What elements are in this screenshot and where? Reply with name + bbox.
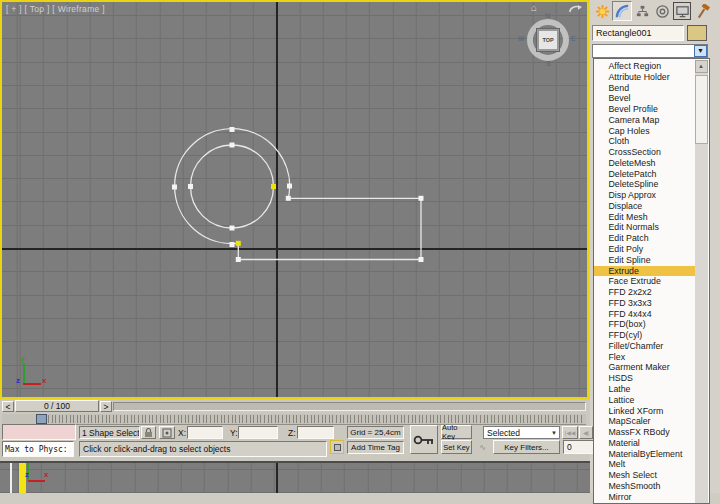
modifier-item[interactable]: Fillet/Chamfer [594, 341, 695, 352]
set-key-button[interactable]: Set Key [441, 440, 472, 454]
viewport-label[interactable]: [ + ] [ Top ] [ Wireframe ] [6, 4, 105, 14]
x-coordinate-field[interactable] [187, 426, 223, 439]
tab-motion[interactable] [652, 1, 672, 21]
track-bar[interactable] [2, 414, 586, 425]
object-name-field[interactable]: Rectangle001 [592, 25, 684, 41]
modifier-item[interactable]: Garment Maker [594, 362, 695, 373]
modifier-item[interactable]: DeletePatch [594, 169, 695, 180]
time-prev-button[interactable]: < [2, 401, 14, 412]
modifier-item[interactable]: Camera Map [594, 115, 695, 126]
absolute-offset-toggle[interactable] [159, 426, 175, 439]
selection-status: 1 Shape Selected [79, 426, 140, 439]
outer-spline[interactable] [175, 129, 421, 260]
object-color-swatch[interactable] [687, 25, 707, 41]
tab-modify[interactable] [612, 1, 632, 21]
modifier-item[interactable]: FFD 4x4x4 [594, 309, 695, 320]
inner-circle-spline[interactable] [191, 145, 274, 228]
modifier-item[interactable]: MeshSmooth [594, 481, 695, 492]
modifier-item[interactable]: Lathe [594, 384, 695, 395]
go-to-start-button[interactable]: |◀◀ [562, 426, 578, 439]
modifier-item[interactable]: CrossSection [594, 147, 695, 158]
viewcube-north[interactable]: N [545, 12, 550, 19]
tab-utilities[interactable] [692, 1, 712, 21]
key-mode-value: Selected [487, 428, 520, 438]
modifier-item[interactable]: Affect Region [594, 61, 695, 72]
modifier-item[interactable]: FFD(box) [594, 319, 695, 330]
maxscript-mini-listener[interactable]: Max to Physc: [2, 441, 74, 457]
modifier-item[interactable]: DeleteSpline [594, 179, 695, 190]
modifier-item[interactable]: Edit Spline [594, 255, 695, 266]
viewcube-face[interactable]: TOP [537, 29, 559, 51]
modifier-item[interactable]: MaterialByElement [594, 449, 695, 460]
modifier-item[interactable]: HSDS [594, 373, 695, 384]
modifier-item[interactable]: Linked XForm [594, 406, 695, 417]
modifier-item[interactable]: Lattice [594, 395, 695, 406]
modifier-item[interactable]: Cap Holes [594, 126, 695, 137]
time-next-button[interactable]: > [100, 401, 112, 412]
motion-icon [655, 4, 670, 19]
tab-create[interactable] [592, 1, 612, 21]
tripod-x-label: x [42, 376, 46, 385]
viewcube-south[interactable]: S [546, 60, 551, 67]
modifier-item[interactable]: MapScaler [594, 416, 695, 427]
modifier-item[interactable]: Extrude [594, 266, 695, 277]
dropdown-scrollbar[interactable]: ▲ [695, 60, 708, 503]
viewcube-west[interactable]: W [518, 35, 525, 42]
modifier-item[interactable]: MassFX RBody [594, 427, 695, 438]
world-axis-vertical-2 [276, 463, 278, 493]
set-keys-button[interactable] [410, 425, 438, 454]
tab-display[interactable] [672, 1, 692, 21]
y-coordinate-field[interactable] [238, 426, 278, 439]
lock-icon [144, 428, 153, 438]
z-coordinate-field[interactable] [297, 426, 334, 439]
viewcube-home-icon[interactable]: ⌂ [531, 2, 537, 13]
modifier-item[interactable]: Displace [594, 201, 695, 212]
modifier-item[interactable]: Edit Patch [594, 233, 695, 244]
modifier-item[interactable]: DeleteMesh [594, 158, 695, 169]
time-slider-handle[interactable]: 0 / 100 [15, 400, 99, 412]
track-bar-frame-handle[interactable] [36, 414, 47, 424]
modifier-list-combo[interactable]: ▼ [592, 44, 708, 58]
modifier-item[interactable]: Edit Poly [594, 244, 695, 255]
spline-shape[interactable] [2, 2, 587, 397]
selection-window-crossing-toggle[interactable] [330, 440, 344, 454]
previous-frame-button[interactable]: ◀| [579, 426, 593, 439]
modifier-item[interactable]: Face Extrude [594, 276, 695, 287]
viewport-bottom-strip[interactable]: z x [0, 463, 590, 493]
auto-key-button[interactable]: Auto Key [441, 425, 472, 439]
modifier-item[interactable]: Material [594, 438, 695, 449]
viewcube-east[interactable]: E [571, 35, 576, 42]
add-time-tag[interactable]: Add Time Tag [347, 441, 404, 454]
viewcube-orbit-arrow-icon[interactable] [568, 4, 584, 14]
macro-recorder-pane[interactable] [2, 424, 76, 440]
viewport-top[interactable]: [ + ] [ Top ] [ Wireframe ] ⌂ N TOP W E … [0, 0, 589, 399]
scroll-up-icon[interactable]: ▲ [695, 60, 708, 73]
modifier-item[interactable]: FFD 3x3x3 [594, 298, 695, 309]
modifier-item[interactable]: Bevel Profile [594, 104, 695, 115]
modifier-item[interactable]: Attribute Holder [594, 72, 695, 83]
modifier-item[interactable]: Edit Normals [594, 222, 695, 233]
modifier-item[interactable]: Edit Mesh [594, 212, 695, 223]
modify-icon [615, 4, 630, 19]
default-in-out-tangents-icon[interactable]: ∿ [474, 440, 491, 454]
selected-vertices[interactable] [236, 184, 276, 246]
tab-hierarchy[interactable] [632, 1, 652, 21]
modifier-item[interactable]: Bend [594, 83, 695, 94]
modifier-item[interactable]: Cloth [594, 136, 695, 147]
modifier-item[interactable]: Mesh Select [594, 470, 695, 481]
chevron-down-icon[interactable]: ▼ [694, 45, 707, 57]
spline-vertices[interactable] [172, 127, 424, 262]
modifier-item[interactable]: Disp Approx [594, 190, 695, 201]
selection-lock-button[interactable] [141, 426, 156, 439]
modifier-item[interactable]: FFD 2x2x2 [594, 287, 695, 298]
key-filters-button[interactable]: Key Filters... [493, 440, 560, 454]
time-slider-trough[interactable] [113, 402, 586, 411]
modifier-item[interactable]: Flex [594, 352, 695, 363]
modifier-item[interactable]: FFD(cyl) [594, 330, 695, 341]
modifier-item[interactable]: Mirror [594, 492, 695, 503]
modifier-item[interactable]: Bevel [594, 93, 695, 104]
display-icon [675, 4, 690, 19]
key-mode-dropdown[interactable]: Selected ▼ [483, 426, 560, 439]
scrollbar-thumb[interactable] [695, 75, 708, 144]
modifier-item[interactable]: Melt [594, 459, 695, 470]
